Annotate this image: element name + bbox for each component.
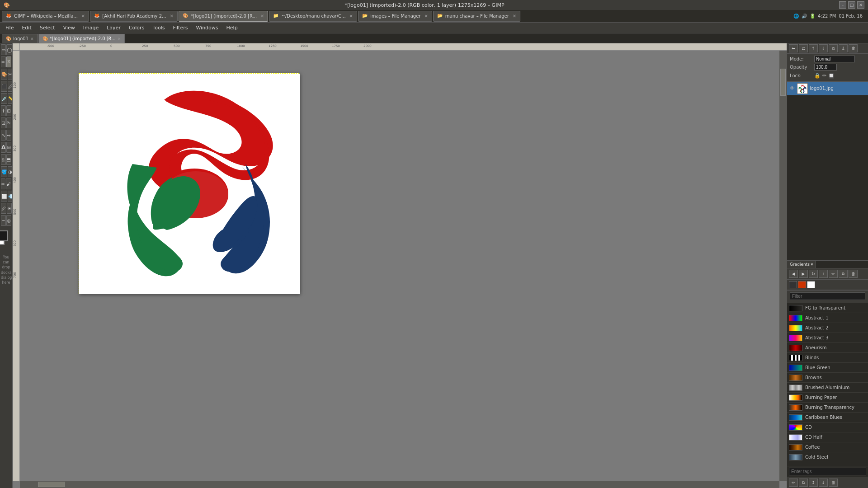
panel-bottom-btn3[interactable]: ↥: [809, 479, 818, 487]
gradient-item-aneurism[interactable]: Aneurism: [787, 343, 868, 353]
taskbar-item-desktop[interactable]: 📁 ~/Desktop/manu chavar/C... ✕: [269, 11, 357, 22]
menu-select[interactable]: Select: [36, 24, 59, 32]
taskbar-close5[interactable]: ✕: [424, 14, 428, 19]
doc-tab-logo01-imported[interactable]: 🎨 *[logo01] (imported)-2.0 [R... ✕: [38, 34, 125, 43]
gradient-item-browns[interactable]: Browns: [787, 373, 868, 383]
tool-paintbrush[interactable]: 🖌: [6, 178, 11, 189]
taskbar-item-akhil[interactable]: 🦊 [Akhil Hari Fab Academy 2... ✕: [90, 11, 178, 22]
gradient-filter-input[interactable]: [790, 292, 865, 300]
tool-bucket-fill[interactable]: 🪣: [1, 166, 7, 177]
tag-input[interactable]: [789, 468, 866, 475]
tool-blend[interactable]: ◑: [8, 166, 13, 177]
panel-bottom-btn5[interactable]: 🗑: [829, 479, 838, 487]
tool-dodge-burn[interactable]: ☀: [7, 203, 12, 214]
tool-pencil[interactable]: ✏: [1, 178, 5, 189]
taskbar-item-images-fm[interactable]: 📂 images – File Manager ✕: [358, 11, 432, 22]
tool-text[interactable]: A: [1, 142, 6, 153]
gradient-item-abstract2[interactable]: Abstract 2: [787, 323, 868, 333]
menu-file[interactable]: File: [2, 24, 17, 32]
taskbar-close6[interactable]: ✕: [513, 14, 516, 19]
menu-filters[interactable]: Filters: [169, 24, 191, 32]
doc-tab-close[interactable]: ✕: [30, 37, 34, 41]
panel-btn-duplicate[interactable]: ⧉: [829, 44, 838, 52]
panel-bottom-btn1[interactable]: ✏: [789, 479, 798, 487]
panel-btn-1[interactable]: ⬅: [789, 44, 798, 52]
tool-free-select[interactable]: ✏: [1, 56, 6, 67]
taskbar-close2[interactable]: ✕: [170, 14, 174, 19]
close-button[interactable]: ✕: [857, 1, 864, 9]
gradient-item-burning-trans[interactable]: Burning Transparency: [787, 403, 868, 413]
menu-view[interactable]: View: [60, 24, 79, 32]
tool-measure[interactable]: 📏: [8, 93, 13, 104]
palette-black[interactable]: [789, 281, 797, 288]
foreground-color-box[interactable]: [0, 230, 8, 241]
maximize-button[interactable]: □: [848, 1, 855, 9]
tool-airbrush[interactable]: 💨: [8, 191, 13, 202]
taskbar-close3[interactable]: ✕: [260, 14, 264, 19]
panel-bottom-btn2[interactable]: ⧉: [799, 479, 808, 487]
panel-btn-raise[interactable]: ↑: [809, 44, 818, 52]
gradient-item-blinds[interactable]: Blinds: [787, 353, 868, 363]
tool-move[interactable]: ✛: [1, 105, 6, 116]
tool-eraser[interactable]: ⬜: [1, 191, 7, 202]
gradient-item-brushed-al[interactable]: Brushed Aluminium: [787, 383, 868, 393]
lock-alpha-icon[interactable]: 🔲: [828, 73, 835, 79]
tool-ellipse-select[interactable]: ◯: [6, 44, 12, 55]
tool-scissors[interactable]: ✂: [8, 69, 12, 80]
gradient-item-abstract1[interactable]: Abstract 1: [787, 313, 868, 323]
gradient-btn-dup[interactable]: ⧉: [839, 270, 848, 278]
tool-rect-select[interactable]: ▭: [1, 44, 6, 55]
gradient-item-coffee[interactable]: Coffee: [787, 442, 868, 452]
gradient-item-fg-to-transparent[interactable]: FG to Transparent: [787, 303, 868, 313]
panel-btn-delete[interactable]: 🗑: [849, 44, 858, 52]
menu-image[interactable]: Image: [80, 24, 102, 32]
tool-scale[interactable]: ⤡: [1, 130, 6, 141]
gradient-btn-del[interactable]: 🗑: [849, 270, 858, 278]
menu-windows[interactable]: Windows: [192, 24, 222, 32]
tool-blur-sharpen[interactable]: ◎: [6, 215, 11, 226]
mode-dropdown[interactable]: [814, 56, 855, 62]
taskbar-close4[interactable]: ✕: [349, 14, 353, 19]
panel-bottom-btn4[interactable]: ↧: [819, 479, 828, 487]
gradients-tab[interactable]: Gradients ▾: [787, 261, 816, 268]
tool-paths[interactable]: 🖊: [8, 81, 13, 92]
gradient-item-cd[interactable]: CD: [787, 422, 868, 432]
doc-tab-logo01[interactable]: 🎨 logo01 ✕: [2, 34, 38, 43]
tool-align[interactable]: ⊞: [6, 105, 11, 116]
horizontal-scrollbar[interactable]: [20, 481, 779, 488]
gradient-item-cd-half[interactable]: CD Half: [787, 432, 868, 442]
gradient-btn-edit[interactable]: ✏: [829, 270, 838, 278]
palette-red[interactable]: [798, 281, 806, 288]
lock-position-icon[interactable]: 🔒: [814, 73, 821, 79]
image-canvas[interactable]: [79, 73, 299, 294]
tool-flip[interactable]: ⇔: [6, 130, 11, 141]
menu-edit[interactable]: Edit: [18, 24, 35, 32]
taskbar-item-logo-gimp[interactable]: 🎨 *[logo01] (imported)-2.0 [R... ✕: [179, 11, 269, 22]
tool-fg-select[interactable]: ⬛: [1, 81, 7, 92]
tool-heal[interactable]: ⛁: [6, 142, 11, 153]
gradient-item-caribbean[interactable]: Caribbean Blues: [787, 413, 868, 422]
canvas-area[interactable]: -500 -250 0 250 500 750 1000 1250 1500 1…: [13, 43, 787, 488]
panel-btn-lower[interactable]: ↓: [819, 44, 828, 52]
panel-btn-anchor[interactable]: ⚓: [839, 44, 848, 52]
menu-colors[interactable]: Colors: [125, 24, 148, 32]
tool-select-by-color[interactable]: 🎨: [1, 69, 7, 80]
taskbar-close[interactable]: ✕: [81, 14, 85, 19]
tool-crop[interactable]: ⊡: [1, 117, 6, 128]
tool-ink[interactable]: 🖊: [1, 203, 6, 214]
taskbar-item-gimp-wiki[interactable]: 🦊 GIMP – Wikipedia – Mozilla... ✕: [2, 11, 89, 22]
tool-color-picker[interactable]: 💉: [1, 93, 7, 104]
doc-tab-close2[interactable]: ✕: [118, 37, 121, 41]
palette-white[interactable]: [807, 281, 815, 288]
layer-item[interactable]: 👁 logo01.jpg: [787, 82, 868, 95]
gradient-item-abstract3[interactable]: Abstract 3: [787, 333, 868, 343]
menu-help[interactable]: Help: [223, 24, 241, 32]
layer-visibility-toggle[interactable]: 👁: [789, 85, 795, 92]
tool-clone[interactable]: ⎘: [1, 154, 6, 165]
minimize-button[interactable]: –: [839, 1, 846, 9]
gradient-btn-refresh[interactable]: ↻: [809, 270, 818, 278]
lock-pixel-icon[interactable]: ✏: [822, 73, 826, 79]
tool-smudge[interactable]: ~: [1, 215, 6, 226]
h-scroll-thumb[interactable]: [38, 482, 65, 487]
gradient-btn-1[interactable]: ◀: [789, 270, 798, 278]
